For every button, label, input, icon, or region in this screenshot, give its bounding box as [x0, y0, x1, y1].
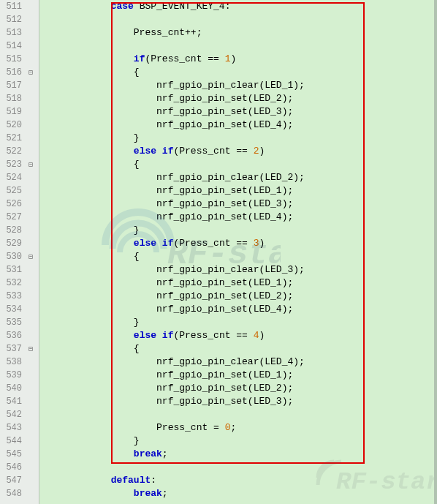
line-number: 548	[1, 489, 26, 499]
line-number: 530	[1, 252, 26, 262]
text-token: BSP_EVENT_KEY_4:	[134, 1, 231, 12]
code-line[interactable]: nrf_gpio_pin_set(LED_1);	[39, 369, 437, 382]
line-number: 528	[1, 225, 26, 236]
text-token: nrf_gpio_pin_clear(LED_3);	[42, 264, 305, 275]
line-number: 531	[1, 265, 26, 275]
text-token	[156, 330, 162, 341]
code-line[interactable]: else if(Press_cnt == 2)	[39, 145, 437, 158]
code-line[interactable]: Press_cnt++;	[39, 26, 437, 40]
gutter-line: 543	[0, 421, 39, 435]
keyword-token: else	[134, 146, 156, 157]
line-number: 537	[1, 344, 26, 354]
keyword-token: else	[134, 238, 156, 249]
text-token	[42, 462, 48, 473]
code-line[interactable]: }	[39, 132, 437, 145]
line-number: 515	[1, 54, 26, 64]
text-token: }	[42, 317, 140, 328]
line-number: 544	[1, 436, 26, 446]
gutter-line: 541	[0, 395, 39, 408]
number-token: 3	[254, 238, 259, 249]
gutter-line: 534	[0, 303, 39, 316]
code-line[interactable]: nrf_gpio_pin_set(LED_2);	[39, 382, 437, 395]
text-token	[42, 409, 48, 420]
line-number: 539	[1, 370, 26, 380]
text-token: nrf_gpio_pin_set(LED_2);	[42, 93, 293, 104]
code-line[interactable]: nrf_gpio_pin_set(LED_4);	[39, 303, 437, 316]
text-token	[42, 448, 134, 459]
gutter-line: 545	[0, 448, 39, 461]
keyword-token: if	[162, 146, 174, 157]
code-line[interactable]: {	[39, 158, 437, 171]
text-token: (Press_cnt ==	[173, 330, 253, 341]
fold-toggle[interactable]: ⊟	[26, 252, 36, 261]
code-line[interactable]: nrf_gpio_pin_set(LED_1);	[39, 184, 437, 198]
code-line[interactable]: default:	[39, 474, 437, 487]
text-token: )	[259, 330, 265, 341]
text-token: nrf_gpio_pin_set(LED_1);	[42, 185, 293, 196]
code-line[interactable]: nrf_gpio_pin_clear(LED_3);	[39, 263, 437, 277]
gutter-line: 526	[0, 198, 39, 211]
gutter-line: 522	[0, 145, 39, 158]
gutter-line: 535	[0, 316, 39, 329]
text-token: nrf_gpio_pin_set(LED_1);	[42, 369, 293, 380]
gutter-line: 521	[0, 132, 39, 145]
gutter-line: 544	[0, 435, 39, 448]
code-area[interactable]: RF-star RF-star case BSP_EVENT_KEY_4: Pr…	[39, 0, 437, 504]
code-line[interactable]: break;	[39, 448, 437, 461]
code-line[interactable]: nrf_gpio_pin_clear(LED_2);	[39, 171, 437, 184]
fold-toggle[interactable]: ⊟	[26, 160, 36, 169]
line-number: 547	[1, 475, 26, 486]
text-token: nrf_gpio_pin_set(LED_3);	[42, 396, 293, 407]
code-line[interactable]: }	[39, 435, 437, 448]
code-line[interactable]: nrf_gpio_pin_set(LED_3);	[39, 395, 437, 408]
text-token: )	[259, 146, 265, 157]
code-line[interactable]: else if(Press_cnt == 3)	[39, 237, 437, 250]
code-line[interactable]: if(Press_cnt == 1)	[39, 53, 437, 66]
code-line[interactable]: nrf_gpio_pin_set(LED_3);	[39, 105, 437, 119]
code-line[interactable]: nrf_gpio_pin_set(LED_2);	[39, 290, 437, 303]
text-token: nrf_gpio_pin_set(LED_3);	[42, 106, 293, 117]
text-token: nrf_gpio_pin_set(LED_2);	[42, 383, 293, 394]
text-token: ;	[230, 422, 236, 433]
code-line[interactable]	[39, 40, 437, 53]
fold-toggle[interactable]: ⊟	[26, 345, 36, 353]
code-line[interactable]: nrf_gpio_pin_set(LED_3);	[39, 198, 437, 211]
code-line[interactable]: nrf_gpio_pin_set(LED_1);	[39, 277, 437, 290]
code-line[interactable]: nrf_gpio_pin_clear(LED_1);	[39, 79, 437, 92]
text-token	[42, 146, 134, 157]
keyword-token: if	[162, 330, 174, 341]
line-number: 514	[1, 41, 26, 51]
line-number: 512	[1, 15, 26, 25]
fold-toggle[interactable]: ⊟	[26, 68, 36, 77]
code-line[interactable]	[39, 461, 437, 474]
code-line[interactable]: Press_cnt = 0;	[39, 421, 437, 435]
code-line[interactable]: {	[39, 66, 437, 79]
code-line[interactable]: nrf_gpio_pin_set(LED_4);	[39, 119, 437, 132]
code-line[interactable]: {	[39, 342, 437, 356]
line-number: 523	[1, 159, 26, 170]
code-line[interactable]: }	[39, 316, 437, 329]
gutter-line: 512	[0, 13, 39, 26]
code-line[interactable]: break;	[39, 487, 437, 500]
text-token	[42, 330, 134, 341]
line-number: 532	[1, 278, 26, 288]
gutter-line: 537⊟	[0, 342, 39, 356]
code-line[interactable]: else if(Press_cnt == 4)	[39, 329, 437, 342]
keyword-token: case	[111, 1, 134, 12]
text-token: )	[230, 53, 236, 64]
text-token: )	[259, 238, 265, 249]
gutter-line: 525	[0, 184, 39, 198]
line-number: 516	[1, 67, 26, 78]
code-line[interactable]: nrf_gpio_pin_set(LED_4);	[39, 211, 437, 224]
code-line[interactable]: nrf_gpio_pin_clear(LED_4);	[39, 356, 437, 369]
code-line[interactable]	[39, 13, 437, 26]
text-token: {	[42, 251, 140, 262]
code-line[interactable]: nrf_gpio_pin_set(LED_2);	[39, 92, 437, 105]
line-number: 533	[1, 291, 26, 301]
line-number: 536	[1, 331, 26, 341]
code-line[interactable]: }	[39, 224, 437, 237]
code-editor: 511512513514515516⊟517518519520521522523…	[0, 0, 437, 504]
code-line[interactable]: {	[39, 250, 437, 263]
code-line[interactable]	[39, 408, 437, 421]
code-line[interactable]: case BSP_EVENT_KEY_4:	[39, 0, 437, 13]
